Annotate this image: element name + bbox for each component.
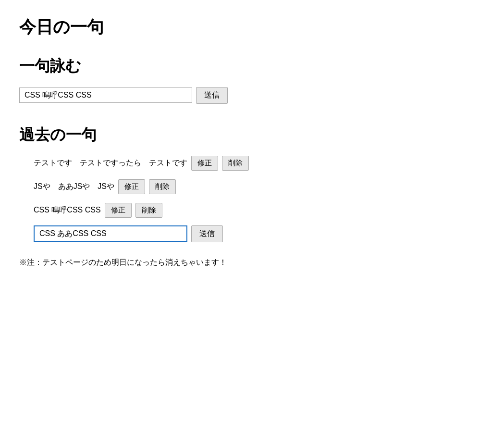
past-items-list: テストです テストですったら テストです 修正 削除 JSや ああJSや JSや…	[19, 156, 472, 242]
edit-button[interactable]: 修正	[191, 156, 218, 171]
edit-row: 送信	[34, 225, 472, 242]
list-item: テストです テストですったら テストです 修正 削除	[34, 156, 472, 171]
past-section: 過去の一句 テストです テストですったら テストです 修正 削除 JSや ああJ…	[19, 123, 472, 242]
item-text: CSS 鳴呼CSS CSS	[34, 204, 101, 216]
compose-submit-button[interactable]: 送信	[196, 87, 228, 104]
edit-submit-button[interactable]: 送信	[191, 225, 223, 242]
delete-button[interactable]: 削除	[149, 179, 176, 194]
edit-button[interactable]: 修正	[118, 179, 145, 194]
delete-button[interactable]: 削除	[135, 203, 162, 218]
list-item: CSS 鳴呼CSS CSS 修正 削除 送信	[34, 203, 472, 242]
compose-section-title: 一句詠む	[19, 54, 472, 77]
edit-input[interactable]	[34, 225, 187, 242]
note-text: ※注：テストページのため明日になったら消えちゃいます！	[19, 257, 472, 268]
edit-button[interactable]: 修正	[105, 203, 132, 218]
compose-section: 一句詠む 送信	[19, 54, 472, 104]
page-title: 今日の一句	[19, 14, 472, 40]
compose-input[interactable]	[19, 87, 192, 103]
item-text: JSや ああJSや JSや	[34, 181, 114, 192]
compose-input-row: 送信	[19, 87, 472, 104]
list-item: JSや ああJSや JSや 修正 削除	[34, 179, 472, 194]
past-section-title: 過去の一句	[19, 123, 472, 146]
delete-button[interactable]: 削除	[222, 156, 249, 171]
item-text: テストです テストですったら テストです	[34, 157, 187, 169]
